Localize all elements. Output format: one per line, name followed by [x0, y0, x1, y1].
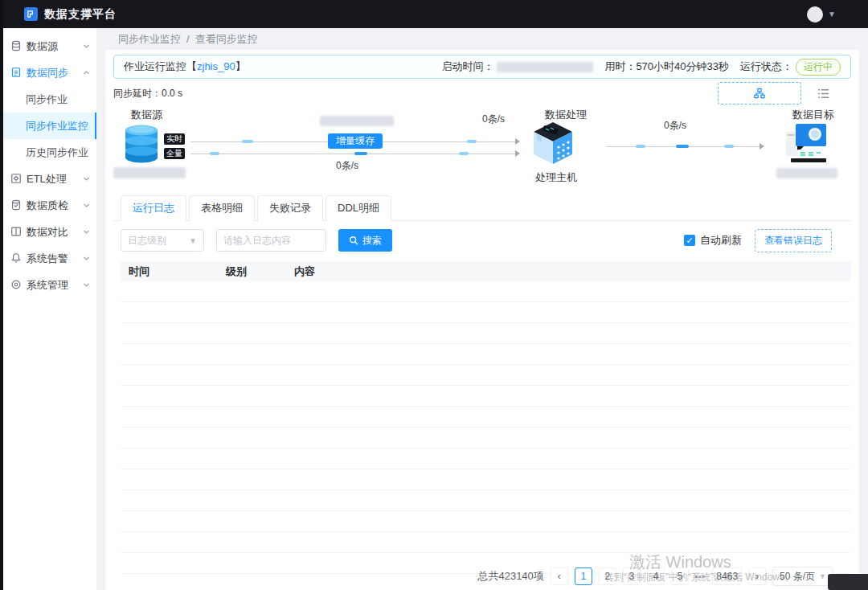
chevron-down-icon: [83, 175, 90, 182]
pagination-page-2[interactable]: 2: [599, 567, 616, 585]
chevron-down-icon: ▼: [819, 572, 826, 580]
chevron-up-icon: [83, 69, 90, 76]
duration: 用时：570小时40分钟33秒: [604, 59, 729, 74]
sidebar-item-label: ETL处理: [27, 172, 67, 186]
list-view-icon[interactable]: [814, 84, 832, 102]
table-row: [121, 511, 851, 532]
table-row: [121, 469, 851, 490]
breadcrumb-item[interactable]: 同步作业监控: [118, 32, 181, 47]
window-left-edge: [0, 0, 3, 590]
user-avatar[interactable]: [807, 6, 823, 23]
start-time-value-redacted: [497, 62, 593, 72]
tab-表格明细[interactable]: 表格明细: [189, 195, 255, 221]
pagination-page-1[interactable]: 1: [575, 567, 592, 585]
breadcrumb-separator: /: [186, 33, 190, 45]
page-size-select[interactable]: 50 条/页▼: [772, 567, 833, 586]
chevron-down-icon: ▼: [189, 236, 197, 245]
sidebar-item-label: 数据同步: [27, 66, 68, 80]
pagination-next-button[interactable]: ›: [748, 567, 766, 585]
app-logo-icon: [24, 7, 38, 21]
table-row: [121, 302, 851, 323]
source-name-redacted: [113, 167, 186, 178]
col-time: 时间: [121, 264, 226, 279]
sidebar-item[interactable]: 系统告警: [3, 245, 96, 272]
compare-icon: [10, 226, 23, 238]
sidebar-item-label: 同步作业监控: [26, 119, 88, 133]
pagination-page-8463[interactable]: 8463: [712, 567, 742, 585]
tab-失败记录[interactable]: 失败记录: [257, 195, 323, 221]
table-row: [121, 323, 851, 344]
sync-delay-text: 同步延时：0.0 s: [113, 87, 182, 100]
monitor-panel: 作业运行监控【zjhis_90】 启动时间： 用时：570小时40分钟33秒 运…: [105, 50, 859, 590]
sidebar-item[interactable]: 同步作业: [3, 86, 96, 113]
table-row: [121, 386, 851, 407]
status-badge: 运行中: [796, 59, 841, 76]
settings-icon: [10, 279, 23, 291]
arrow-icon: [515, 138, 520, 145]
database-source-icon[interactable]: [122, 122, 161, 166]
sidebar-item[interactable]: 数据对比: [3, 219, 96, 245]
sync-icon: [10, 67, 23, 79]
cache-name-redacted: [320, 116, 394, 126]
app-window: 数据支撑平台 ▼ 数据源数据同步同步作业同步作业监控历史同步作业ETL处理数据质…: [0, 0, 868, 590]
arrow-icon: [760, 143, 764, 150]
main-content: 同步作业监控 / 查看同步监控 作业运行监控【zjhis_90】 启动时间： 用…: [97, 28, 868, 590]
sidebar-item-label: 数据源: [27, 39, 58, 54]
sidebar-item[interactable]: ETL处理: [3, 166, 96, 192]
database-icon: [10, 40, 23, 52]
quality-icon: [10, 199, 23, 211]
tab-DDL明细[interactable]: DDL明细: [326, 195, 391, 221]
processor-cube-icon[interactable]: [532, 121, 574, 168]
alarm-icon: [10, 252, 23, 264]
job-status-banner: 作业运行监控【zjhis_90】 启动时间： 用时：570小时40分钟33秒 运…: [113, 55, 851, 79]
app-title: 数据支撑平台: [44, 7, 117, 22]
table-row: [121, 344, 851, 365]
log-filters: 日志级别 ▼ 搜索 ✓ 自动刷新 查看错误日志: [121, 229, 832, 252]
tag-full: 全量: [164, 148, 185, 159]
rate-right: 0条/s: [664, 119, 686, 133]
log-level-select[interactable]: 日志级别 ▼: [121, 229, 204, 252]
pagination-page-3[interactable]: 3: [623, 567, 641, 585]
tab-运行日志[interactable]: 运行日志: [121, 195, 186, 221]
pagination-total: 总共423140项: [477, 569, 543, 584]
auto-refresh-checkbox[interactable]: ✓ 自动刷新: [684, 233, 742, 248]
view-error-log-button[interactable]: 查看错误日志: [755, 229, 832, 252]
sidebar-item-label: 系统管理: [27, 278, 68, 293]
sidebar-item[interactable]: 数据质检: [3, 192, 96, 219]
tag-realtime: 实时: [164, 133, 185, 145]
chevron-down-icon: [83, 43, 90, 50]
source-label: 数据源: [131, 108, 162, 122]
table-row: [121, 490, 851, 511]
search-button[interactable]: 搜索: [338, 229, 392, 252]
sidebar-item-label: 数据对比: [27, 225, 68, 240]
log-content-input[interactable]: [216, 229, 326, 252]
table-header: 时间 级别 内容: [121, 261, 851, 281]
sidebar: 数据源数据同步同步作业同步作业监控历史同步作业ETL处理数据质检数据对比系统告警…: [3, 28, 97, 590]
sidebar-item-label: 数据质检: [27, 199, 68, 213]
pagination-prev-button[interactable]: ‹: [551, 567, 568, 585]
table-row: [121, 428, 851, 449]
sidebar-item[interactable]: 数据源: [3, 33, 96, 59]
target-monitor-icon[interactable]: [783, 121, 829, 168]
job-title: 作业运行监控【zjhis_90】: [124, 59, 246, 74]
col-level: 级别: [226, 264, 294, 279]
sidebar-item[interactable]: 同步作业监控: [3, 113, 96, 139]
chevron-down-icon: [83, 202, 90, 209]
chevron-down-icon: [83, 281, 90, 289]
pagination-page-5[interactable]: 5: [671, 567, 689, 585]
sidebar-item-label: 系统告警: [27, 252, 68, 266]
sidebar-item[interactable]: 历史同步作业: [3, 139, 96, 166]
incremental-cache-button[interactable]: 增量缓存: [328, 133, 383, 149]
pagination-page-4[interactable]: 4: [647, 567, 665, 585]
rate-bottom: 0条/s: [336, 159, 358, 173]
chevron-down-icon[interactable]: ▼: [828, 10, 836, 18]
target-name-redacted: [776, 168, 837, 178]
arrow-icon: [515, 150, 520, 157]
table-row: [121, 365, 851, 386]
sidebar-item[interactable]: 数据同步: [3, 59, 96, 86]
search-icon: [349, 236, 358, 245]
pagination: 总共423140项‹12345•••8463›50 条/页▼: [477, 567, 833, 586]
sidebar-item-label: 历史同步作业: [26, 145, 88, 160]
sidebar-item[interactable]: 系统管理: [3, 272, 96, 298]
diagram-view-icon[interactable]: [718, 82, 801, 104]
